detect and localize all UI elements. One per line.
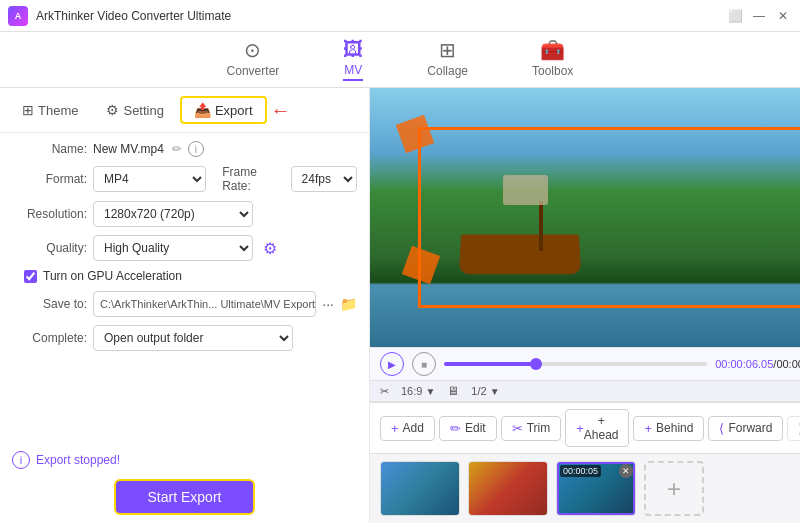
quality-select[interactable]: High Quality bbox=[93, 235, 253, 261]
behind-button[interactable]: + Behind bbox=[633, 416, 704, 441]
tab-export[interactable]: 📤 Export bbox=[180, 96, 267, 124]
preview-video bbox=[370, 88, 800, 347]
toolbar: + Add ✏ Edit ✂ Trim + + Ahead + Behind ⟨… bbox=[370, 402, 800, 453]
setting-icon: ⚙ bbox=[106, 102, 119, 118]
collage-icon: ⊞ bbox=[439, 38, 456, 62]
aspect-ratio-selector[interactable]: 16:9 ▼ bbox=[401, 385, 435, 397]
trim-button[interactable]: ✂ Trim bbox=[501, 416, 562, 441]
screen-icon: 🖥 bbox=[447, 384, 459, 398]
sub-tabs: ⊞ Theme ⚙ Setting 📤 Export ← bbox=[0, 88, 369, 133]
playback-bar: ▶ ■ 00:00:06.05/00:00:17.00 🔊 Start Expo… bbox=[370, 347, 800, 380]
export-arrow: ← bbox=[271, 99, 291, 122]
complete-select[interactable]: Open output folder bbox=[93, 325, 293, 351]
saveto-path: C:\ArkThinker\ArkThin... Ultimate\MV Exp… bbox=[93, 291, 316, 317]
ahead-button[interactable]: + + Ahead bbox=[565, 409, 629, 447]
toolbox-icon: 🧰 bbox=[540, 38, 565, 62]
tab-toolbox[interactable]: 🧰 Toolbox bbox=[520, 34, 585, 86]
start-export-button[interactable]: Start Export bbox=[114, 479, 256, 515]
quality-row: Quality: High Quality ⚙ bbox=[12, 235, 357, 261]
page-nav[interactable]: 1/2 ▼ bbox=[471, 385, 499, 397]
time-display: 00:00:06.05/00:00:17.00 bbox=[715, 358, 800, 370]
edit-name-icon[interactable]: ✏ bbox=[172, 142, 182, 156]
gpu-checkbox[interactable] bbox=[24, 270, 37, 283]
backward-button[interactable]: ⟩ Backward bbox=[787, 416, 800, 441]
format-select[interactable]: MP4 bbox=[93, 166, 206, 192]
gpu-row: Turn on GPU Acceleration bbox=[12, 269, 357, 283]
progress-fill bbox=[444, 362, 536, 366]
thumb-close-icon[interactable]: ✕ bbox=[619, 464, 633, 478]
minimize-btn[interactable]: — bbox=[750, 7, 768, 25]
preview-border bbox=[418, 127, 800, 308]
close-btn[interactable]: ✕ bbox=[774, 7, 792, 25]
tab-collage[interactable]: ⊞ Collage bbox=[415, 34, 480, 86]
window-controls[interactable]: ⬜ — ✕ bbox=[726, 7, 792, 25]
ahead-icon: + bbox=[576, 421, 584, 436]
thumbnail-2[interactable] bbox=[468, 461, 548, 516]
thumbnail-3[interactable]: 00:00:05 ✕ bbox=[556, 461, 636, 516]
subtitle-btn[interactable]: ⬜ bbox=[726, 7, 744, 25]
title-bar: A ArkThinker Video Converter Ultimate ⬜ … bbox=[0, 0, 800, 32]
resolution-row: Resolution: 1280x720 (720p) bbox=[12, 201, 357, 227]
crop-icon: ✂ bbox=[380, 385, 389, 398]
format-row: Format: MP4 Frame Rate: 24fps bbox=[12, 165, 357, 193]
saveto-row: Save to: C:\ArkThinker\ArkThin... Ultima… bbox=[12, 291, 357, 317]
tab-converter[interactable]: ⊙ Converter bbox=[215, 34, 292, 86]
progress-track[interactable] bbox=[444, 362, 707, 366]
edit-button[interactable]: ✏ Edit bbox=[439, 416, 497, 441]
right-panel: ▶ ■ 00:00:06.05/00:00:17.00 🔊 Start Expo… bbox=[370, 88, 800, 523]
info-circle-icon: i bbox=[12, 451, 30, 469]
preview-area bbox=[370, 88, 800, 347]
trim-icon: ✂ bbox=[512, 421, 523, 436]
sail-shape bbox=[503, 175, 548, 205]
bottom-info-bar: ✂ 16:9 ▼ 🖥 1/2 ▼ bbox=[370, 380, 800, 402]
complete-row: Complete: Open output folder bbox=[12, 325, 357, 351]
quality-gear-icon[interactable]: ⚙ bbox=[263, 239, 277, 258]
framerate-select[interactable]: 24fps bbox=[291, 166, 357, 192]
stop-button[interactable]: ■ bbox=[412, 352, 436, 376]
converter-icon: ⊙ bbox=[244, 38, 261, 62]
forward-icon: ⟨ bbox=[719, 421, 724, 436]
export-stopped-notice: i Export stopped! bbox=[0, 445, 369, 475]
main-layout: ⊞ Theme ⚙ Setting 📤 Export ← Name: New M… bbox=[0, 88, 800, 523]
resolution-select[interactable]: 1280x720 (720p) bbox=[93, 201, 253, 227]
saveto-more-btn[interactable]: ··· bbox=[322, 296, 334, 312]
app-logo: A bbox=[8, 6, 28, 26]
folder-icon[interactable]: 📁 bbox=[340, 296, 357, 312]
theme-icon: ⊞ bbox=[22, 102, 34, 118]
add-button[interactable]: + Add bbox=[380, 416, 435, 441]
add-thumbnail-button[interactable]: + bbox=[644, 461, 704, 516]
thumbnail-1[interactable] bbox=[380, 461, 460, 516]
info-icon[interactable]: i bbox=[188, 141, 204, 157]
left-panel: ⊞ Theme ⚙ Setting 📤 Export ← Name: New M… bbox=[0, 88, 370, 523]
mast-shape bbox=[539, 201, 543, 251]
form-area: Name: New MV.mp4 ✏ i Format: MP4 Frame R… bbox=[0, 133, 369, 445]
progress-thumb[interactable] bbox=[530, 358, 542, 370]
tab-mv[interactable]: 🖼 MV bbox=[331, 34, 375, 85]
play-button[interactable]: ▶ bbox=[380, 352, 404, 376]
tab-setting[interactable]: ⚙ Setting bbox=[94, 98, 175, 122]
nav-tabs: ⊙ Converter 🖼 MV ⊞ Collage 🧰 Toolbox bbox=[0, 32, 800, 88]
boat-shape bbox=[459, 235, 581, 275]
behind-icon: + bbox=[644, 421, 652, 436]
add-icon: + bbox=[391, 421, 399, 436]
app-title: ArkThinker Video Converter Ultimate bbox=[36, 9, 726, 23]
thumb-duration: 00:00:05 bbox=[560, 465, 601, 477]
forward-button[interactable]: ⟨ Forward bbox=[708, 416, 783, 441]
mv-icon: 🖼 bbox=[343, 38, 363, 61]
export-icon: 📤 bbox=[194, 102, 211, 118]
name-row: Name: New MV.mp4 ✏ i bbox=[12, 141, 357, 157]
tab-theme[interactable]: ⊞ Theme bbox=[10, 98, 90, 122]
thumbnail-strip: 00:00:05 ✕ + bbox=[370, 453, 800, 523]
edit-toolbar-icon: ✏ bbox=[450, 421, 461, 436]
